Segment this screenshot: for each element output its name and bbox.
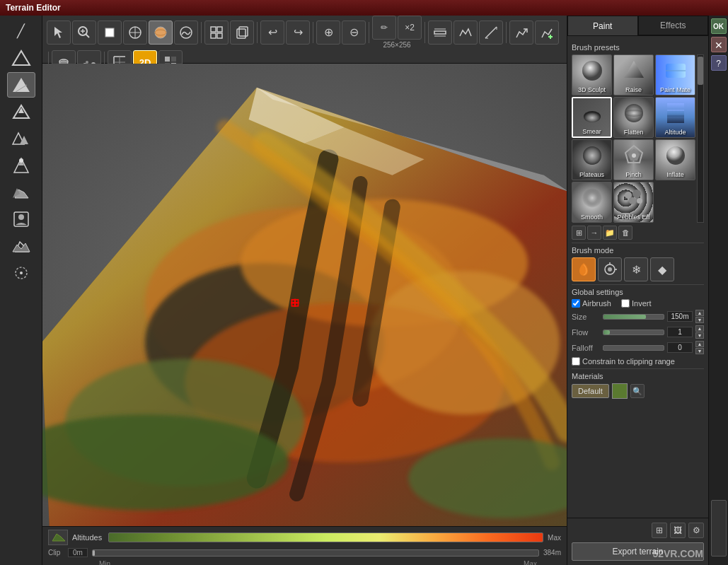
help-button[interactable]: ? xyxy=(711,55,727,71)
left-tool-mountain3[interactable] xyxy=(7,153,35,178)
brush-smooth[interactable]: Smooth xyxy=(572,182,612,223)
left-tool-portrait[interactable] xyxy=(7,206,35,232)
left-tool-mountain1[interactable] xyxy=(7,99,35,124)
panel-grid-icon[interactable]: ⊞ xyxy=(652,523,667,538)
tool-multiply-icon[interactable]: ×2 xyxy=(398,16,422,40)
clip-min: 0m xyxy=(68,548,88,557)
left-tool-rocks[interactable] xyxy=(7,180,35,205)
tab-paint[interactable]: Paint xyxy=(567,16,638,35)
arrow-btn[interactable]: → xyxy=(587,226,601,240)
tool-brush-size-icon[interactable]: ✏ xyxy=(372,16,396,40)
invert-checkbox-label[interactable]: Invert xyxy=(621,299,652,308)
flow-value[interactable] xyxy=(667,327,693,337)
tool-cursor-icon[interactable] xyxy=(47,21,71,45)
scroll-thumb[interactable] xyxy=(698,57,703,85)
tool-pan-icon[interactable] xyxy=(123,21,147,45)
brush-altitude-label: Altitude xyxy=(664,129,686,136)
brush-inflate-label: Inflate xyxy=(666,171,684,178)
brush-raise[interactable]: Raise xyxy=(613,54,654,95)
left-tool-slope[interactable]: ╱ xyxy=(7,18,35,44)
tool-undo-icon[interactable]: ↩ xyxy=(260,21,284,45)
flow-down[interactable]: ▼ xyxy=(695,332,704,339)
cancel-button[interactable]: ✕ xyxy=(711,37,727,52)
svg-point-76 xyxy=(582,61,602,81)
brush-inflate[interactable]: Inflate xyxy=(655,139,695,180)
svg-rect-35 xyxy=(239,27,248,36)
invert-checkbox[interactable] xyxy=(621,299,630,308)
altitude-bar xyxy=(108,532,543,542)
material-color-swatch[interactable] xyxy=(612,383,628,399)
tool-layers-icon[interactable] xyxy=(428,21,452,45)
size-value[interactable] xyxy=(667,311,693,322)
brush-pinch[interactable]: Pinch xyxy=(613,139,654,180)
viewport[interactable] xyxy=(42,64,567,526)
brush-plateaus[interactable]: Plateaus xyxy=(572,139,612,180)
brush-pebbles[interactable]: Pebbles Eff xyxy=(613,182,654,223)
grid-btn[interactable]: ⊞ xyxy=(572,226,586,240)
tool-erosion-icon[interactable] xyxy=(509,21,533,45)
flow-slider[interactable] xyxy=(603,330,664,335)
tool-measure-icon[interactable] xyxy=(479,21,503,45)
tool-heightmap-icon[interactable] xyxy=(453,21,478,45)
brush-flatten[interactable]: Flatten xyxy=(613,97,654,138)
constrain-checkbox-label[interactable]: Constrain to clipping range xyxy=(572,357,675,366)
size-up[interactable]: ▲ xyxy=(695,310,704,316)
brush-mode-diamond[interactable]: ◆ xyxy=(650,257,674,281)
tool-redo-icon[interactable]: ↪ xyxy=(286,21,310,45)
tool-copy2-icon[interactable] xyxy=(230,21,254,45)
falloff-updown: ▲ ▼ xyxy=(695,341,704,354)
airbrush-checkbox-label[interactable]: Airbrush xyxy=(572,299,611,308)
falloff-label: Falloff xyxy=(572,344,600,352)
falloff-slider[interactable] xyxy=(603,345,664,351)
tool-grid-icon[interactable] xyxy=(204,21,229,45)
tool-terrain-view-icon[interactable] xyxy=(174,21,198,45)
tool-light-icon[interactable] xyxy=(98,21,122,45)
brush-smear[interactable]: Smear xyxy=(572,97,612,138)
falloff-up[interactable]: ▲ xyxy=(695,341,704,347)
panel-image-icon[interactable]: 🖼 xyxy=(670,523,686,538)
left-tool-mountain2[interactable] xyxy=(7,126,35,151)
left-tool-cursor[interactable] xyxy=(7,260,35,286)
tool-sphere-icon[interactable] xyxy=(149,21,173,45)
tab-effects[interactable]: Effects xyxy=(638,16,709,35)
size-slider-fill xyxy=(603,315,646,319)
brush-mode-paint[interactable] xyxy=(598,257,622,281)
constrain-row: Constrain to clipping range xyxy=(572,357,704,366)
left-tool-terrain1[interactable] xyxy=(7,45,35,71)
flow-up[interactable]: ▲ xyxy=(695,325,704,332)
falloff-value[interactable] xyxy=(667,342,693,353)
size-slider[interactable] xyxy=(603,314,664,320)
ok-button[interactable]: OK xyxy=(711,18,727,34)
clip-label: Clip xyxy=(48,549,64,557)
app-title: Terrain Editor xyxy=(6,3,61,13)
constrain-checkbox[interactable] xyxy=(572,357,580,366)
tool-zoom-in-icon[interactable]: ⊕ xyxy=(316,21,340,45)
svg-line-20 xyxy=(86,34,89,37)
size-down[interactable]: ▼ xyxy=(695,317,704,323)
far-right-scroll[interactable] xyxy=(711,500,727,557)
brush-altitude[interactable]: Altitude xyxy=(655,97,695,138)
trash-btn[interactable]: 🗑 xyxy=(618,226,632,240)
panel-settings-icon[interactable]: ⚙ xyxy=(688,523,704,538)
airbrush-checkbox[interactable] xyxy=(572,299,580,308)
svg-point-97 xyxy=(608,267,612,272)
clip-slider[interactable] xyxy=(92,549,539,557)
left-tool-terrain3[interactable] xyxy=(7,233,35,259)
material-eye-dropper[interactable]: 🔍 xyxy=(630,384,645,398)
falloff-row: Falloff ▲ ▼ xyxy=(572,341,704,354)
brush-mode-normal[interactable] xyxy=(572,257,596,281)
brush-3d-sculpt[interactable]: 3D Sculpt xyxy=(572,54,612,95)
left-tool-terrain2[interactable] xyxy=(7,72,35,98)
brush-3d-sculpt-label: 3D Sculpt xyxy=(578,86,606,93)
default-material-btn[interactable]: Default xyxy=(572,384,609,398)
folder-btn[interactable]: 📁 xyxy=(603,226,617,240)
brush-presets-scrollbar[interactable] xyxy=(697,54,704,223)
tool-zoom-icon[interactable] xyxy=(72,21,96,45)
brush-mode-freeze[interactable]: ❄ xyxy=(624,257,648,281)
brush-mode-label: Brush mode xyxy=(572,246,704,255)
tool-add-icon[interactable] xyxy=(535,21,559,45)
brush-paint-mate[interactable]: Paint Mate xyxy=(655,54,695,95)
tool-zoom-out-icon[interactable]: ⊖ xyxy=(342,21,366,45)
export-terrain-btn[interactable]: Export terrain xyxy=(572,542,704,561)
falloff-down[interactable]: ▼ xyxy=(695,348,704,354)
